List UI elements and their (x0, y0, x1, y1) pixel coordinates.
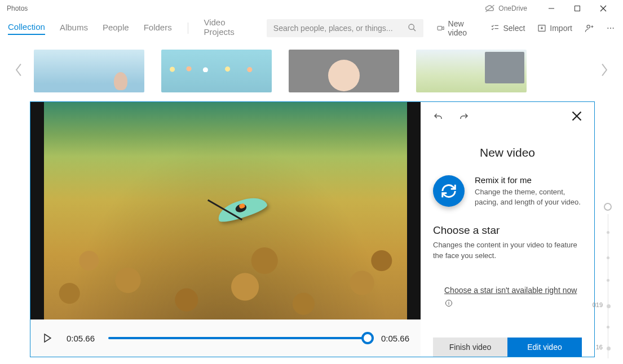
redo-button[interactable] (459, 112, 469, 122)
add-person-button[interactable] (585, 24, 594, 33)
video-player: 0:05.66 0:05.66 (30, 102, 421, 357)
onedrive-button[interactable]: OneDrive (485, 3, 527, 14)
more-button[interactable] (606, 24, 615, 33)
remix-desc: Change the theme, content, pacing, and l… (475, 187, 582, 207)
svg-rect-2 (575, 6, 580, 11)
onedrive-label: OneDrive (498, 5, 527, 12)
panel-buttons: Finish video Edit video (433, 338, 582, 357)
video-preview[interactable] (30, 102, 421, 319)
choose-star-heading: Choose a star (433, 224, 582, 237)
remix-icon (433, 175, 465, 207)
tab-folders[interactable]: Folders (144, 23, 172, 34)
timeline-year-label: 16 (596, 344, 603, 350)
play-button[interactable] (42, 334, 53, 343)
person-plus-icon (585, 24, 594, 33)
svg-point-15 (610, 28, 611, 29)
total-time: 0:05.66 (381, 334, 409, 343)
tab-people[interactable]: People (103, 23, 129, 34)
seek-slider[interactable] (108, 337, 368, 339)
panel-title: New video (433, 146, 582, 159)
search-placeholder: Search people, places, or things... (273, 24, 393, 33)
finish-video-button[interactable]: Finish video (433, 338, 507, 357)
timeline-scrubber: 019 16 (598, 203, 614, 358)
import-button[interactable]: Import (537, 24, 572, 33)
ellipsis-icon (606, 24, 615, 33)
import-icon (537, 24, 546, 33)
choose-star-unavailable[interactable]: Choose a star isn't available right now … (433, 285, 582, 308)
tab-video-projects[interactable]: Video Projects (204, 17, 247, 39)
search-input[interactable]: Search people, places, or things... (267, 19, 423, 37)
svg-rect-7 (438, 26, 442, 30)
undo-button[interactable] (433, 112, 443, 122)
remix-heading: Remix it for me (475, 175, 582, 185)
project-thumbnail[interactable] (416, 50, 527, 92)
select-button[interactable]: Select (491, 24, 525, 33)
choose-star-unavailable-link: Choose a star isn't available right now … (444, 286, 577, 307)
search-icon (408, 23, 417, 34)
current-time: 0:05.66 (67, 334, 95, 343)
toolbar-actions: New video Select Import (437, 19, 615, 37)
strip-prev-button[interactable] (14, 63, 24, 79)
project-thumbnail[interactable] (161, 50, 272, 92)
toolbar: Collection Albums People Folders Video P… (0, 17, 623, 39)
new-video-button[interactable]: New video (437, 19, 478, 37)
seek-knob[interactable] (361, 332, 374, 344)
close-panel-button[interactable] (572, 111, 582, 123)
thumbnail-strip (0, 43, 623, 99)
tab-collection[interactable]: Collection (8, 22, 45, 35)
select-label: Select (503, 24, 525, 33)
tab-albums[interactable]: Albums (60, 23, 88, 34)
checklist-icon (491, 24, 500, 33)
video-editor-modal: 0:05.66 0:05.66 New video Remix (30, 101, 595, 357)
play-icon (43, 334, 51, 343)
cloud-icon (485, 3, 495, 14)
window-controls (538, 0, 616, 17)
edit-video-button[interactable]: Edit video (507, 338, 582, 357)
transport-bar: 0:05.66 0:05.66 (30, 319, 421, 357)
video-plus-icon (437, 24, 444, 33)
remix-option[interactable]: Remix it for me Change the theme, conten… (433, 175, 582, 207)
app-title: Photos (7, 5, 28, 12)
svg-point-14 (607, 28, 608, 29)
choose-star-section: Choose a star Changes the content in you… (433, 224, 582, 260)
import-label: Import (550, 24, 572, 33)
strip-next-button[interactable] (599, 63, 609, 79)
svg-point-5 (409, 24, 414, 29)
title-bar: Photos OneDrive (0, 0, 623, 17)
info-icon: i (445, 300, 452, 307)
minimize-button[interactable] (538, 0, 564, 17)
choose-star-desc: Changes the content in your video to fea… (433, 240, 582, 260)
svg-point-11 (587, 25, 590, 28)
new-video-label: New video (448, 19, 479, 37)
side-panel: New video Remix it for me Change the the… (421, 102, 594, 357)
project-thumbnail[interactable] (34, 50, 144, 92)
nav-tabs: Collection Albums People Folders Video P… (8, 17, 248, 39)
tab-divider (188, 23, 188, 34)
close-window-button[interactable] (590, 0, 616, 17)
svg-marker-17 (45, 334, 51, 342)
svg-line-6 (413, 29, 416, 31)
svg-point-16 (613, 28, 614, 29)
maximize-button[interactable] (564, 0, 590, 17)
project-thumbnail[interactable] (289, 50, 399, 92)
